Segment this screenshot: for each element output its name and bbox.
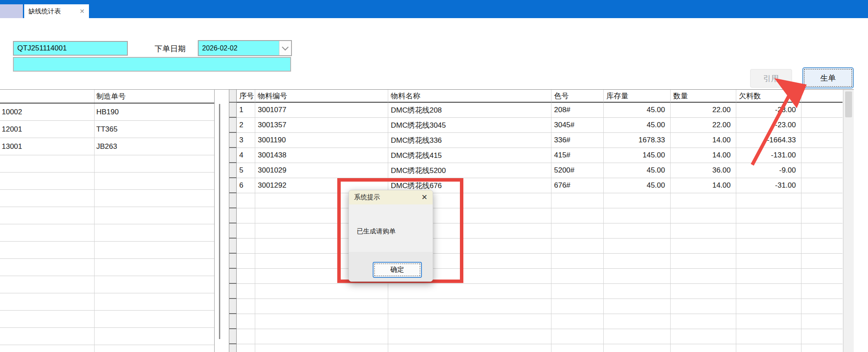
cell: -9.00 xyxy=(736,163,801,178)
cell: 145.00 xyxy=(604,148,671,163)
generate-order-button[interactable]: 生单 xyxy=(802,67,854,88)
cell xyxy=(801,133,843,148)
cell xyxy=(0,293,95,310)
cell xyxy=(801,148,843,163)
secondary-input[interactable] xyxy=(13,57,291,72)
inactive-tab-stub[interactable] xyxy=(0,4,23,18)
cell: -23.00 xyxy=(736,103,801,118)
table-row[interactable]: 43001438DMC绣花线415415#145.0014.00-131.00 xyxy=(229,148,853,163)
cell xyxy=(671,193,736,208)
cell: -31.00 xyxy=(736,178,801,193)
scrollbar-thumb[interactable] xyxy=(845,91,852,117)
cell: 208# xyxy=(551,103,604,118)
empty-row xyxy=(229,269,853,284)
cell xyxy=(801,329,843,344)
cell: 14.00 xyxy=(671,178,736,193)
table-row[interactable]: 13001JB263 xyxy=(0,138,214,155)
empty-row xyxy=(229,254,853,269)
table-row[interactable]: 63001292DMC绣花线676676#45.0014.00-31.00 xyxy=(229,178,853,193)
cell: 336# xyxy=(551,133,604,148)
tab-close-icon[interactable]: ✕ xyxy=(79,8,85,15)
table-row[interactable]: 53001029DMC绣花线52005200#45.0036.00-9.00 xyxy=(229,163,853,178)
cell xyxy=(604,239,671,254)
dialog-ok-button[interactable]: 确定 xyxy=(373,262,422,278)
cell xyxy=(95,276,214,293)
cell: 1 xyxy=(237,103,255,118)
column-header: 欠料数 xyxy=(736,90,801,103)
cell xyxy=(551,254,604,269)
right-table-scrollbar[interactable] xyxy=(843,90,854,352)
cell: 3001438 xyxy=(255,148,388,163)
order-date-value: 2026-02-02 xyxy=(199,41,279,55)
cell xyxy=(0,155,95,172)
cell xyxy=(736,208,801,223)
cell xyxy=(801,178,843,193)
column-header xyxy=(801,90,843,103)
empty-row xyxy=(229,223,853,239)
cell: 4 xyxy=(237,148,255,163)
cell xyxy=(0,311,95,327)
row-header-cell xyxy=(229,90,237,103)
cell xyxy=(95,155,214,172)
cell xyxy=(736,344,801,352)
cell xyxy=(671,208,736,223)
scrollbar-thumb[interactable] xyxy=(219,104,220,339)
cell: 14.00 xyxy=(671,148,736,163)
table-row[interactable]: 10002HB190 xyxy=(0,104,214,121)
cell xyxy=(95,328,214,345)
cell: 3001077 xyxy=(255,103,388,118)
app-window: 缺线统计表 ✕ 下单日期 2026-02-02 引用 生单 制造单号10002H… xyxy=(0,0,868,352)
dialog-close-icon[interactable]: ✕ xyxy=(421,193,428,202)
empty-row xyxy=(0,328,214,345)
cell: 3001029 xyxy=(255,163,388,178)
cell: DMC绣花线415 xyxy=(388,148,551,163)
reference-button[interactable]: 引用 xyxy=(750,69,792,88)
table-row[interactable]: 23001357DMC绣花线30453045#45.0022.00-23.00 xyxy=(229,118,853,133)
cell xyxy=(671,254,736,269)
system-prompt-dialog: 系统提示 ✕ 已生成请购单 确定 xyxy=(348,190,433,282)
row-header-cell xyxy=(229,133,237,148)
dialog-message: 已生成请购单 xyxy=(357,227,396,236)
cell xyxy=(255,314,388,329)
date-dropdown-button[interactable] xyxy=(279,41,291,55)
tab-missing-thread-report[interactable]: 缺线统计表 ✕ xyxy=(24,4,89,18)
cell xyxy=(0,242,95,258)
cell xyxy=(801,284,843,299)
empty-row xyxy=(229,299,853,314)
cell xyxy=(801,254,843,269)
order-no-input[interactable] xyxy=(13,41,128,56)
empty-row xyxy=(229,314,853,329)
row-header-cell xyxy=(229,329,237,344)
cell xyxy=(388,344,551,352)
cell xyxy=(551,344,604,352)
cell xyxy=(237,254,255,269)
cell: 1678.33 xyxy=(604,133,671,148)
cell: 10002 xyxy=(0,104,95,120)
cell xyxy=(801,118,843,133)
table-row[interactable]: 13001077DMC绣花线208208#45.0022.00-23.00 xyxy=(229,103,853,118)
table-row[interactable]: 33001190DMC绣花线336336#1678.3314.00-1664.3… xyxy=(229,133,853,148)
left-table-scrollbar[interactable] xyxy=(215,89,229,352)
empty-row xyxy=(229,208,853,223)
cell xyxy=(237,193,255,208)
cell xyxy=(237,239,255,254)
cell xyxy=(604,299,671,314)
cell: 3 xyxy=(237,133,255,148)
cell xyxy=(736,299,801,314)
cell xyxy=(0,173,95,189)
cell xyxy=(0,224,95,241)
cell xyxy=(551,284,604,299)
empty-row xyxy=(229,329,853,344)
order-date-combo[interactable]: 2026-02-02 xyxy=(198,40,292,56)
cell xyxy=(604,223,671,239)
cell xyxy=(736,223,801,239)
table-row[interactable]: 12001TT365 xyxy=(0,121,214,138)
cell xyxy=(255,284,388,299)
column-header: 物料名称 xyxy=(388,90,551,103)
cell: 2 xyxy=(237,118,255,133)
cell xyxy=(0,190,95,207)
empty-row xyxy=(0,190,214,207)
cell xyxy=(671,284,736,299)
row-header-cell xyxy=(229,193,237,208)
cell xyxy=(0,90,95,103)
